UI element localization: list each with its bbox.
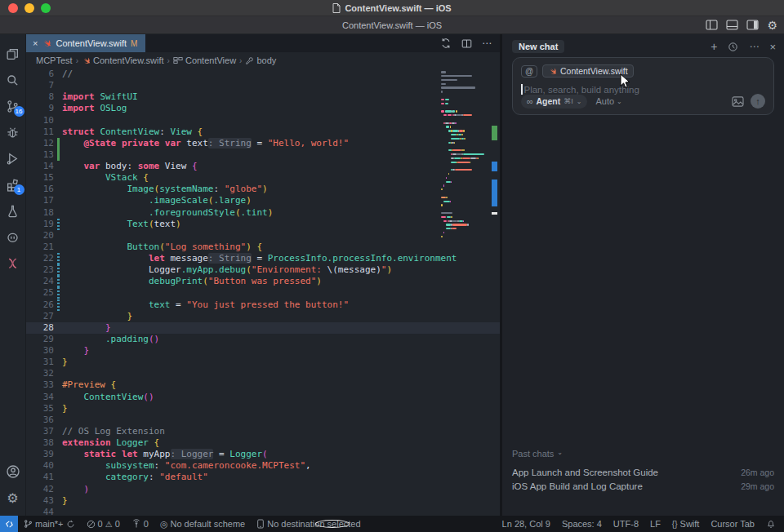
chat-more-icon[interactable]: ⋯: [749, 41, 759, 52]
code-line[interactable]: 17 .imageScale(.large): [26, 195, 500, 206]
test-flask-icon[interactable]: [0, 197, 26, 224]
code-line[interactable]: 20: [26, 230, 500, 242]
encoding-status[interactable]: UTF-8: [608, 519, 644, 529]
code-line[interactable]: 36: [26, 415, 500, 426]
line-number[interactable]: 42: [26, 484, 54, 495]
line-number[interactable]: 8: [26, 91, 54, 103]
minimap[interactable]: [441, 70, 487, 315]
line-number[interactable]: 21: [26, 242, 54, 253]
line-number[interactable]: 28: [26, 322, 54, 334]
tab-contentview-swift[interactable]: × ContentView.swift M: [26, 34, 145, 52]
colored-extension-icon[interactable]: [0, 250, 26, 276]
line-number[interactable]: 10: [26, 115, 54, 126]
code-line[interactable]: 23 Logger.myApp.debug("Environment: \(me…: [26, 264, 500, 276]
new-chat-tab[interactable]: New chat: [512, 40, 564, 53]
code-line[interactable]: 34 ContentView(): [26, 392, 500, 403]
code-line[interactable]: 14 var body: some View {: [26, 161, 500, 172]
settings-gear-icon[interactable]: ⚙: [767, 19, 777, 32]
code-line[interactable]: 22 let message: String = ProcessInfo.pro…: [26, 253, 500, 264]
extensions-icon[interactable]: 1: [0, 171, 26, 197]
line-number[interactable]: 41: [26, 472, 54, 483]
scheme-status[interactable]: ◎ No default scheme: [154, 519, 251, 530]
toggle-bottom-panel-icon[interactable]: [726, 20, 738, 30]
account-icon[interactable]: [0, 459, 26, 485]
line-number[interactable]: 44: [26, 507, 54, 516]
line-number[interactable]: 40: [26, 460, 54, 472]
code-line[interactable]: 43}: [26, 495, 500, 507]
line-number[interactable]: 35: [26, 403, 54, 415]
code-line[interactable]: 9import OSLog: [26, 103, 500, 114]
explorer-icon[interactable]: [0, 41, 26, 67]
line-number[interactable]: 22: [26, 253, 54, 264]
code-line[interactable]: 42 ): [26, 484, 500, 495]
line-number[interactable]: 15: [26, 172, 54, 184]
code-line[interactable]: 15 VStack {: [26, 172, 500, 184]
line-number[interactable]: 25: [26, 287, 54, 299]
line-number[interactable]: 39: [26, 449, 54, 460]
line-number[interactable]: 14: [26, 161, 54, 172]
git-branch-status[interactable]: main*+: [18, 519, 81, 529]
code-line[interactable]: 26 text = "You just pressed the button!": [26, 299, 500, 311]
code-line[interactable]: 13: [26, 149, 500, 161]
ports-status[interactable]: 0: [126, 519, 154, 529]
code-line[interactable]: 44: [26, 507, 500, 516]
tab-close-icon[interactable]: ×: [33, 38, 38, 48]
code-line[interactable]: 29 .padding(): [26, 334, 500, 345]
code-line[interactable]: 8import SwiftUI: [26, 91, 500, 103]
code-line[interactable]: 25: [26, 287, 500, 299]
past-chat-item[interactable]: iOS App Build and Log Capture 29m ago: [512, 479, 774, 493]
code-line[interactable]: 6//: [26, 69, 500, 80]
line-number[interactable]: 27: [26, 311, 54, 322]
line-number[interactable]: 7: [26, 80, 54, 91]
remote-indicator[interactable]: [0, 516, 18, 532]
line-number[interactable]: 32: [26, 368, 54, 379]
line-number[interactable]: 13: [26, 149, 54, 161]
notifications-bell-icon[interactable]: [760, 519, 784, 529]
code-line[interactable]: 40 subsystem: "com.cameroncooke.MCPTest"…: [26, 460, 500, 472]
code-line[interactable]: 11struct ContentView: View {: [26, 126, 500, 138]
code-line[interactable]: 19 Text(text): [26, 219, 500, 230]
code-line[interactable]: 41 category: "default": [26, 472, 500, 483]
code-line[interactable]: 21 Button("Log something") {: [26, 242, 500, 253]
line-number[interactable]: 36: [26, 415, 54, 426]
code-line[interactable]: 7: [26, 80, 500, 91]
line-number[interactable]: 17: [26, 195, 54, 206]
code-line[interactable]: 18 .foregroundStyle(.tint): [26, 207, 500, 219]
code-line[interactable]: 37// OS Log Extension: [26, 426, 500, 437]
more-actions-icon[interactable]: ⋯: [482, 38, 492, 49]
run-and-debug-icon[interactable]: [0, 145, 26, 171]
code-lines[interactable]: 6//78import SwiftUI9import OSLog1011stru…: [26, 69, 500, 516]
agent-mode-selector[interactable]: ∞ Agent ⌘I ⌄: [521, 95, 587, 109]
debug-bug-icon[interactable]: [0, 119, 26, 145]
code-line[interactable]: 30 }: [26, 345, 500, 357]
search-icon[interactable]: [0, 67, 26, 93]
problems-status[interactable]: 0 ⚠ 0: [81, 519, 126, 529]
robot-extension-icon[interactable]: [0, 224, 26, 250]
code-line[interactable]: 32: [26, 368, 500, 379]
model-selector[interactable]: Auto ⌄: [595, 96, 621, 106]
code-line[interactable]: 33#Preview {: [26, 379, 500, 391]
language-status[interactable]: {} Swift: [666, 519, 706, 529]
breadcrumb-project[interactable]: MCPTest: [36, 55, 73, 65]
code-line[interactable]: 10: [26, 115, 500, 126]
code-line[interactable]: 31}: [26, 357, 500, 368]
line-number[interactable]: 6: [26, 69, 54, 80]
toggle-left-panel-icon[interactable]: [706, 20, 718, 30]
source-control-icon[interactable]: 16: [0, 93, 26, 119]
code-editor[interactable]: 6//78import SwiftUI9import OSLog1011stru…: [26, 69, 500, 516]
toggle-right-panel-icon[interactable]: [746, 20, 759, 30]
add-context-button[interactable]: @: [521, 65, 537, 78]
chat-close-icon[interactable]: ×: [769, 41, 776, 53]
line-number[interactable]: 20: [26, 230, 54, 242]
manage-gear-icon[interactable]: ⚙: [0, 485, 26, 511]
line-number[interactable]: 31: [26, 357, 54, 368]
line-number[interactable]: 16: [26, 184, 54, 195]
line-number[interactable]: 37: [26, 426, 54, 437]
past-chats-title[interactable]: Past chats⌄: [512, 449, 774, 459]
line-number[interactable]: 19: [26, 219, 54, 230]
line-number[interactable]: 43: [26, 495, 54, 507]
code-line[interactable]: 24 debugPrint("Button was pressed"): [26, 276, 500, 287]
line-number[interactable]: 12: [26, 138, 54, 149]
attach-image-icon[interactable]: [732, 96, 744, 107]
code-line[interactable]: 16 Image(systemName: "globe"): [26, 184, 500, 195]
